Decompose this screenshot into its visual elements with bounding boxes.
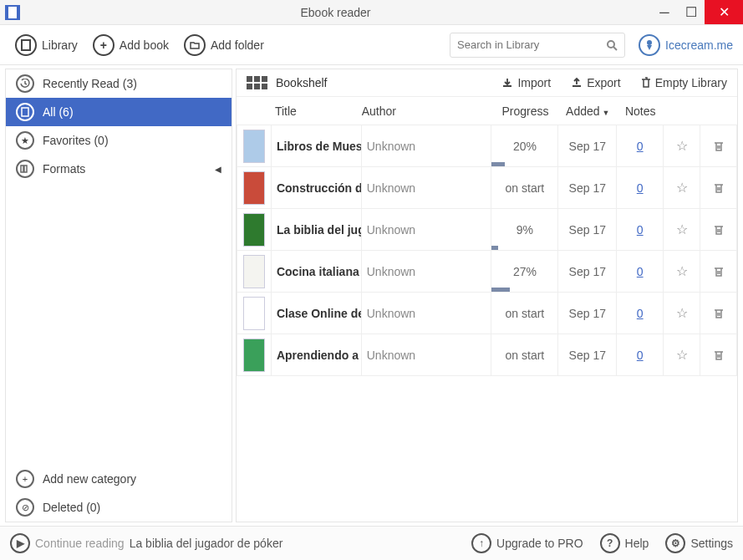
book-progress: on start: [491, 334, 558, 376]
svg-rect-4: [22, 108, 28, 116]
empty-library-button[interactable]: Empty Library: [641, 76, 727, 89]
book-added: Sep 17: [558, 293, 617, 334]
favorite-button[interactable]: ☆: [664, 125, 700, 167]
close-button[interactable]: ✕: [705, 0, 743, 24]
book-notes[interactable]: 0: [617, 125, 664, 167]
search-input[interactable]: [457, 38, 606, 51]
delete-button[interactable]: [700, 209, 737, 251]
add-folder-button[interactable]: Add folder: [179, 31, 269, 59]
upload-icon: [571, 77, 583, 89]
book-notes[interactable]: 0: [617, 209, 664, 251]
icecream-icon: [639, 34, 660, 56]
favorite-button[interactable]: ☆: [664, 334, 700, 376]
delete-button[interactable]: [700, 251, 737, 293]
deleted-icon: ⊘: [16, 498, 34, 517]
favorite-button[interactable]: ☆: [664, 209, 700, 251]
book-thumbnail[interactable]: [237, 334, 272, 376]
sidebar-item-recently-read[interactable]: Recently Read (3): [6, 69, 232, 98]
table-row[interactable]: Libros de MuesUnknown20%Sep 170☆: [237, 125, 737, 167]
book-author: Unknown: [362, 334, 492, 376]
book-notes[interactable]: 0: [617, 293, 664, 334]
all-icon: [16, 103, 34, 121]
upgrade-button[interactable]: ↑ Upgrade to PRO: [471, 533, 583, 553]
book-title[interactable]: Construcción de: [272, 167, 362, 209]
book-author: Unknown: [362, 209, 492, 251]
book-progress: on start: [491, 293, 558, 334]
play-icon: ▶: [10, 533, 30, 553]
book-author: Unknown: [362, 167, 492, 209]
book-thumbnail[interactable]: [237, 167, 272, 209]
settings-label: Settings: [690, 537, 733, 550]
settings-button[interactable]: ⚙ Settings: [665, 533, 733, 553]
book-icon: [15, 34, 37, 56]
maximize-button[interactable]: ☐: [678, 0, 705, 24]
book-added: Sep 17: [558, 251, 617, 293]
sidebar-item-label: Deleted (0): [43, 501, 100, 514]
brand-link[interactable]: Icecream.me: [639, 34, 733, 56]
svg-line-2: [613, 47, 617, 50]
book-notes[interactable]: 0: [617, 251, 664, 293]
book-title[interactable]: La biblia del jug: [272, 209, 362, 251]
col-progress[interactable]: Progress: [491, 104, 558, 118]
sidebar-add-category[interactable]: + Add new category: [6, 465, 232, 493]
export-label: Export: [587, 76, 620, 89]
plus-icon: +: [16, 470, 34, 488]
table-row[interactable]: Aprendiendo aUnknownon startSep 170☆: [237, 334, 737, 376]
chevron-left-icon: ◀: [215, 165, 221, 174]
help-label: Help: [625, 537, 649, 550]
delete-button[interactable]: [700, 125, 737, 167]
export-button[interactable]: Export: [571, 76, 620, 89]
book-title[interactable]: Libros de Mues: [272, 125, 362, 167]
add-book-button[interactable]: + Add book: [88, 31, 174, 59]
book-thumbnail[interactable]: [237, 209, 272, 251]
col-notes[interactable]: Notes: [617, 104, 664, 118]
formats-icon: [16, 160, 34, 178]
col-added[interactable]: Added▼: [558, 104, 617, 118]
sidebar-item-all[interactable]: All (6): [6, 98, 232, 126]
import-button[interactable]: Import: [501, 76, 551, 89]
delete-button[interactable]: [700, 293, 737, 334]
col-author[interactable]: Author: [362, 104, 492, 118]
arrow-up-icon: ↑: [471, 533, 491, 553]
table-row[interactable]: Cocina italianaUnknown27%Sep 170☆: [237, 251, 737, 293]
toolbar: Library + Add book Add folder Icecream.m…: [0, 25, 743, 65]
table-row[interactable]: Clase Online deUnknownon startSep 170☆: [237, 293, 737, 334]
help-button[interactable]: ? Help: [600, 533, 649, 553]
book-thumbnail[interactable]: [237, 251, 272, 293]
table-row[interactable]: Construcción deUnknownon startSep 170☆: [237, 167, 737, 209]
continue-reading-button[interactable]: ▶ Continue reading La biblia del jugador…: [10, 533, 282, 553]
sidebar-item-label: Add new category: [43, 472, 136, 486]
book-title[interactable]: Aprendiendo a: [272, 334, 362, 376]
book-added: Sep 17: [558, 334, 617, 376]
table-row[interactable]: La biblia del jugUnknown9%Sep 170☆: [237, 209, 737, 251]
delete-button[interactable]: [700, 167, 737, 209]
favorite-button[interactable]: ☆: [664, 293, 700, 334]
minimize-button[interactable]: ─: [651, 0, 678, 24]
book-notes[interactable]: 0: [617, 167, 664, 209]
sidebar-item-label: All (6): [43, 105, 74, 119]
search-icon[interactable]: [606, 39, 618, 51]
book-thumbnail[interactable]: [237, 125, 272, 167]
book-notes[interactable]: 0: [617, 334, 664, 376]
sidebar-item-favorites[interactable]: ★ Favorites (0): [6, 126, 232, 155]
delete-button[interactable]: [700, 334, 737, 376]
sidebar-item-deleted[interactable]: ⊘ Deleted (0): [6, 493, 232, 522]
continue-label: Continue reading: [35, 537, 125, 550]
book-added: Sep 17: [558, 125, 617, 167]
book-title[interactable]: Cocina italiana: [272, 251, 362, 293]
table-header: Title Author Progress Added▼ Notes: [237, 97, 737, 125]
col-title[interactable]: Title: [272, 104, 362, 118]
clock-icon: [16, 74, 34, 93]
grid-view-icon[interactable]: [247, 76, 267, 89]
svg-rect-5: [21, 165, 23, 172]
favorite-button[interactable]: ☆: [664, 251, 700, 293]
content-header: Bookshelf Import Export Empty Library: [237, 69, 737, 97]
book-thumbnail[interactable]: [237, 293, 272, 334]
favorite-button[interactable]: ☆: [664, 167, 700, 209]
search-box[interactable]: [450, 33, 625, 58]
window-controls: ─ ☐ ✕: [651, 0, 743, 24]
gear-icon: ⚙: [665, 533, 685, 553]
book-title[interactable]: Clase Online de: [272, 293, 362, 334]
sidebar-item-formats[interactable]: Formats ◀: [6, 155, 232, 183]
library-button[interactable]: Library: [10, 31, 83, 59]
